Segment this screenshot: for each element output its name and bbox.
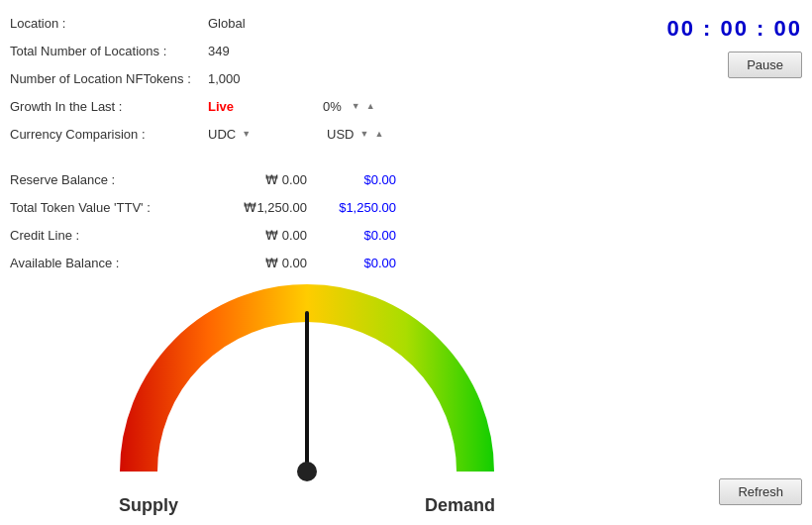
currency-udc-arrow[interactable]: ▼ xyxy=(242,129,251,139)
total-locations-row: Total Number of Locations : 349 xyxy=(10,40,604,61)
currency-usd-value: USD xyxy=(327,127,354,142)
gauge-labels: Supply Demand xyxy=(119,495,495,516)
nft-value: 1,000 xyxy=(208,71,287,86)
currency-usd-arrow[interactable]: ▼ xyxy=(359,129,368,139)
credit-usd: $0.00 xyxy=(317,228,396,243)
main-container: Location : Global Total Number of Locati… xyxy=(0,0,812,525)
left-panel: Location : Global Total Number of Locati… xyxy=(0,0,614,525)
gauge-supply-label: Supply xyxy=(119,495,178,516)
growth-row: Growth In the Last : Live 0% ▼ ▲ xyxy=(10,95,604,117)
reserve-balance-udc: ₩ 0.00 xyxy=(208,172,307,187)
arrow-up-icon[interactable]: ▲ xyxy=(366,101,375,111)
currency-row: Currency Comparision : UDC ▼ USD ▼ ▲ xyxy=(10,123,604,145)
pause-button[interactable]: Pause xyxy=(728,52,802,78)
ttv-label: Total Token Value 'TTV' : xyxy=(10,200,208,215)
credit-label: Credit Line : xyxy=(10,228,208,243)
currency-usd-up-arrow[interactable]: ▲ xyxy=(374,129,383,139)
currency-usd-select[interactable]: USD ▼ ▲ xyxy=(327,127,406,142)
credit-row: Credit Line : ₩ 0.00 $0.00 xyxy=(10,224,604,246)
location-value: Global xyxy=(208,16,287,31)
reserve-balance-row: Reserve Balance : ₩ 0.00 $0.00 xyxy=(10,168,604,190)
live-badge: Live xyxy=(208,99,234,114)
gauge-demand-label: Demand xyxy=(425,495,495,516)
balance-section: Reserve Balance : ₩ 0.00 $0.00 Total Tok… xyxy=(10,168,604,273)
growth-up-arrow[interactable]: ▲ xyxy=(366,101,375,111)
growth-down-arrow[interactable]: ▼ xyxy=(352,101,360,111)
reserve-balance-label: Reserve Balance : xyxy=(10,172,208,187)
gauge-svg xyxy=(109,283,505,491)
available-row: Available Balance : ₩ 0.00 $0.00 xyxy=(10,252,604,273)
timer-display: 00 : 00 : 00 xyxy=(666,16,802,42)
credit-udc: ₩ 0.00 xyxy=(208,228,307,243)
growth-pct: 0% xyxy=(323,99,342,114)
refresh-button[interactable]: Refresh xyxy=(719,478,802,505)
ttv-usd: $1,250.00 xyxy=(317,200,396,215)
available-udc: ₩ 0.00 xyxy=(208,256,307,270)
arrow-down-icon[interactable]: ▼ xyxy=(352,101,360,111)
right-panel: 00 : 00 : 00 Pause Refresh xyxy=(614,0,812,525)
nft-label: Number of Location NFTokens : xyxy=(10,71,208,86)
reserve-balance-usd: $0.00 xyxy=(317,172,396,187)
gauge-container: Supply Demand xyxy=(10,283,604,516)
ttv-udc: ₩1,250.00 xyxy=(208,200,307,215)
location-label: Location : xyxy=(10,16,208,31)
currency-udc-select[interactable]: UDC ▼ xyxy=(208,127,287,142)
needle-pivot xyxy=(297,462,317,481)
currency-label: Currency Comparision : xyxy=(10,127,208,142)
location-row: Location : Global xyxy=(10,12,604,34)
available-usd: $0.00 xyxy=(317,256,396,270)
currency-udc-value: UDC xyxy=(208,127,236,142)
ttv-row: Total Token Value 'TTV' : ₩1,250.00 $1,2… xyxy=(10,196,604,218)
nft-row: Number of Location NFTokens : 1,000 xyxy=(10,67,604,89)
total-locations-label: Total Number of Locations : xyxy=(10,44,208,58)
growth-label: Growth In the Last : xyxy=(10,99,208,114)
available-label: Available Balance : xyxy=(10,256,208,270)
total-locations-value: 349 xyxy=(208,44,287,58)
